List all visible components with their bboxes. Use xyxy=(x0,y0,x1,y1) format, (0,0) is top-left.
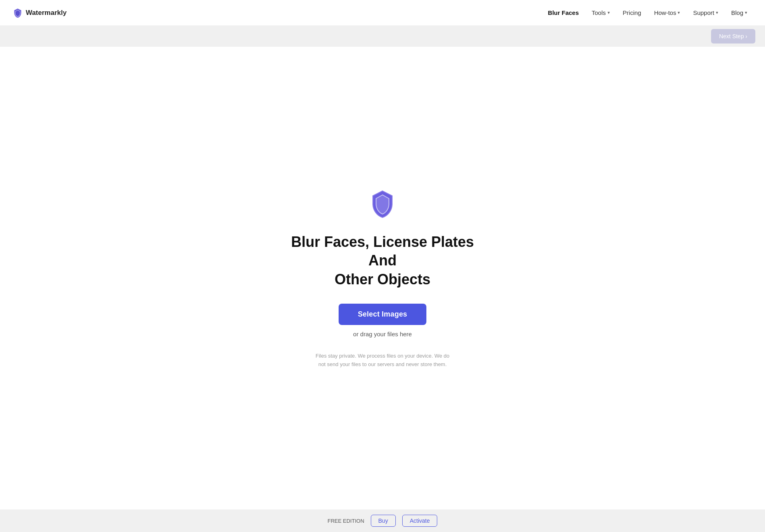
edition-label: FREE EDITION xyxy=(328,518,364,524)
tools-chevron-icon: ▾ xyxy=(608,10,610,15)
footer-bar: FREE EDITION Buy Activate xyxy=(0,509,765,532)
step-bar: Next Step › xyxy=(0,26,765,47)
how-tos-chevron-icon: ▾ xyxy=(678,10,680,15)
nav-how-tos[interactable]: How-tos ▾ xyxy=(649,6,685,19)
nav-blur-faces[interactable]: Blur Faces xyxy=(543,6,584,19)
nav-blog[interactable]: Blog ▾ xyxy=(726,6,752,19)
activate-button[interactable]: Activate xyxy=(402,515,438,527)
buy-button[interactable]: Buy xyxy=(371,515,396,527)
main-content: Blur Faces, License Plates And Other Obj… xyxy=(0,47,765,509)
nav-support[interactable]: Support ▾ xyxy=(688,6,723,19)
blog-chevron-icon: ▾ xyxy=(745,10,747,15)
main-nav: Watermarkly Blur Faces Tools ▾ Pricing H… xyxy=(0,0,765,26)
support-chevron-icon: ▾ xyxy=(716,10,718,15)
nav-links: Blur Faces Tools ▾ Pricing How-tos ▾ Sup… xyxy=(543,6,752,19)
next-step-button[interactable]: Next Step › xyxy=(711,29,755,43)
privacy-note: Files stay private. We process files on … xyxy=(314,352,451,369)
select-images-button[interactable]: Select Images xyxy=(339,304,427,325)
nav-tools[interactable]: Tools ▾ xyxy=(587,6,615,19)
brand-name: Watermarkly xyxy=(26,9,66,17)
shield-icon-wrapper xyxy=(366,188,399,221)
nav-pricing[interactable]: Pricing xyxy=(618,6,646,19)
logo-link[interactable]: Watermarkly xyxy=(13,8,66,18)
hero-title: Blur Faces, License Plates And Other Obj… xyxy=(278,233,487,289)
drag-hint: or drag your files here xyxy=(353,331,412,337)
hero-shield-icon xyxy=(366,188,399,220)
logo-shield-icon xyxy=(13,8,23,18)
